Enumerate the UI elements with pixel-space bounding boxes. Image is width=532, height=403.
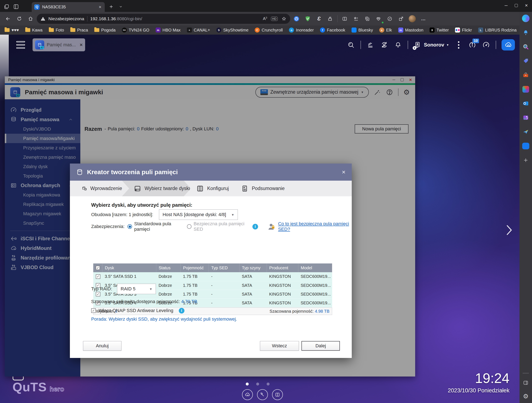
main-menu-icon[interactable] bbox=[16, 41, 25, 49]
wizard-step-3[interactable]: Konfiguruj bbox=[191, 181, 239, 196]
disk-row[interactable]: ✓3.5" SATA SSD 1Dobrze1.75 TB-SATAKINGST… bbox=[93, 272, 332, 281]
tutorials-book-icon[interactable] bbox=[272, 389, 283, 400]
sidebar-collections-blue-icon[interactable] bbox=[522, 142, 530, 150]
wizard-step-1[interactable]: Wprowadzenie bbox=[70, 181, 122, 196]
share-icon[interactable] bbox=[396, 14, 406, 23]
user-menu[interactable]: ★ Sonorov ▼ bbox=[413, 41, 449, 49]
antiwear-checkbox[interactable]: ✓ bbox=[91, 308, 96, 313]
sidebar-panel-icon[interactable] bbox=[522, 379, 530, 387]
sidebar-toolbox-icon[interactable] bbox=[522, 71, 530, 79]
collections-icon[interactable] bbox=[362, 14, 372, 23]
web-capture-icon[interactable] bbox=[385, 14, 395, 23]
dialog-close-icon[interactable]: × bbox=[342, 169, 345, 176]
bookmark-item[interactable]: XTwitter bbox=[430, 28, 449, 32]
sidebar-shopping-tag-icon[interactable] bbox=[522, 57, 530, 65]
column-header[interactable]: Pojemność bbox=[180, 264, 209, 272]
sidebar-designer-icon[interactable] bbox=[522, 114, 530, 122]
bookmark-item[interactable]: Kawa bbox=[25, 28, 43, 32]
bookmark-item[interactable]: mMastodon bbox=[398, 28, 424, 32]
sidebar-settings-gear-icon[interactable]: ⚙ bbox=[522, 392, 530, 400]
bookmark-item[interactable]: ♥♥♥ bbox=[5, 28, 19, 32]
myqnapcloud-button[interactable] bbox=[501, 39, 515, 50]
column-header[interactable]: Dysk bbox=[102, 264, 156, 272]
external-device-sync-icon[interactable] bbox=[380, 41, 388, 49]
wizard-step-4[interactable]: Podsumowanie bbox=[239, 181, 293, 196]
back-icon[interactable] bbox=[3, 14, 13, 23]
maximize-icon[interactable] bbox=[515, 4, 518, 7]
bookmark-item[interactable]: mHBO Max bbox=[156, 28, 181, 32]
tab-close-icon[interactable]: × bbox=[98, 4, 102, 10]
tab-search-chevron-icon[interactable] bbox=[116, 2, 126, 11]
browser-tab[interactable]: Q NAS83CE35 × bbox=[32, 2, 105, 12]
wizard-step-2[interactable]: Wybierz twarde dyski bbox=[122, 181, 191, 196]
next-button[interactable]: Dalej bbox=[301, 341, 340, 351]
adguard-icon[interactable] bbox=[303, 14, 313, 23]
enclosure-select[interactable]: Host NAS [dostępne dyski: 4/8]▼ bbox=[159, 209, 238, 220]
taskbar-item-close-icon[interactable]: × bbox=[80, 42, 83, 48]
desktop-next-page-icon[interactable] bbox=[504, 223, 514, 237]
select-all-checkbox[interactable]: ✓ bbox=[96, 266, 100, 270]
sed-info-icon[interactable]: i bbox=[253, 224, 258, 229]
bookmark-item[interactable]: oInoreader bbox=[289, 28, 314, 32]
notifications-bell-icon[interactable] bbox=[394, 41, 402, 49]
myqnapcloud-link-icon[interactable] bbox=[242, 389, 253, 400]
address-bar[interactable]: Niezabezpieczona 192.168.1.36:8080/cgi-b… bbox=[37, 14, 290, 24]
more-options-dots-icon[interactable] bbox=[454, 41, 463, 49]
desktop-page-dots[interactable] bbox=[246, 383, 270, 385]
bookmark-item[interactable]: fFacebook bbox=[320, 28, 345, 32]
split-screen-icon[interactable] bbox=[340, 14, 350, 23]
column-header[interactable]: Producent bbox=[267, 264, 298, 272]
cancel-button[interactable]: Anuluj bbox=[83, 341, 121, 351]
onepassword-icon[interactable] bbox=[291, 14, 301, 23]
sidebar-outlook-icon[interactable] bbox=[522, 100, 530, 107]
sidebar-search-icon[interactable] bbox=[522, 43, 530, 51]
column-header[interactable]: Model bbox=[298, 264, 332, 272]
close-icon[interactable]: × bbox=[525, 2, 528, 8]
bookmark-item[interactable]: eElk bbox=[379, 28, 392, 32]
sidebar-microsoft-365-icon[interactable] bbox=[522, 85, 530, 93]
sidebar-notifications-icon[interactable] bbox=[522, 29, 530, 37]
hd-quality-icon[interactable]: HD bbox=[271, 17, 278, 21]
browser-menu-icon[interactable]: … bbox=[418, 14, 429, 23]
url-text[interactable]: 192.168.1.36:8080/cgi-bin/ bbox=[90, 16, 142, 21]
new-tab-button[interactable] bbox=[106, 2, 116, 11]
bookmark-item[interactable]: Foto bbox=[49, 28, 64, 32]
bookmark-item[interactable]: Praca bbox=[70, 28, 88, 32]
bookmark-item[interactable]: Flickr bbox=[455, 28, 472, 32]
workspaces-icon[interactable] bbox=[2, 2, 11, 11]
bookmark-item[interactable]: tvnTVN24 GO bbox=[122, 28, 149, 32]
bookmark-item[interactable]: LLIBRUS Rodzina bbox=[478, 28, 517, 32]
bookmark-item[interactable]: +CANAL+ bbox=[187, 28, 210, 32]
global-search-icon[interactable] bbox=[347, 41, 355, 49]
bookmark-item[interactable]: CCrunchyroll bbox=[255, 28, 283, 32]
favorites-list-icon[interactable] bbox=[351, 14, 361, 23]
utilities-hammer-icon[interactable] bbox=[257, 389, 268, 400]
minimize-icon[interactable]: ─ bbox=[505, 3, 508, 8]
column-header[interactable]: Typ szyny bbox=[239, 264, 267, 272]
taskbar-item-storage[interactable]: IO Pamięć mas... × bbox=[32, 38, 85, 51]
antiwear-info-icon[interactable]: i bbox=[179, 308, 184, 314]
select-all-header[interactable]: ✓ bbox=[93, 264, 102, 272]
standard-pool-radio[interactable] bbox=[127, 224, 132, 229]
raid-type-select[interactable]: RAID 5▼ bbox=[117, 284, 156, 294]
dashboard-gauge-icon[interactable] bbox=[482, 41, 490, 49]
refresh-icon[interactable] bbox=[14, 14, 24, 23]
browser-health-icon[interactable] bbox=[374, 14, 383, 23]
extension-e-icon[interactable]: Ɛ bbox=[314, 14, 324, 23]
background-tasks-icon[interactable] bbox=[366, 41, 375, 49]
read-aloud-icon[interactable]: A)) bbox=[263, 16, 267, 21]
column-header[interactable]: Typ SED bbox=[209, 264, 239, 272]
copilot-icon[interactable] bbox=[522, 14, 530, 22]
home-icon[interactable] bbox=[25, 14, 35, 23]
sidebar-add-icon[interactable] bbox=[522, 156, 530, 164]
resource-monitor-icon[interactable]: 10 bbox=[468, 41, 476, 49]
vertical-tabs-icon[interactable] bbox=[11, 2, 21, 11]
bookmark-item[interactable]: Pogoda bbox=[94, 28, 116, 32]
column-header[interactable]: Status bbox=[156, 264, 180, 272]
bookmark-item[interactable]: SSkyShowtime bbox=[216, 28, 248, 32]
sed-pool-radio[interactable] bbox=[187, 224, 191, 229]
extensions-puzzle-icon[interactable] bbox=[325, 14, 335, 23]
sidebar-drop-icon[interactable] bbox=[522, 128, 530, 136]
favorite-star-icon[interactable] bbox=[281, 16, 286, 21]
back-button[interactable]: Wstecz bbox=[260, 341, 299, 351]
